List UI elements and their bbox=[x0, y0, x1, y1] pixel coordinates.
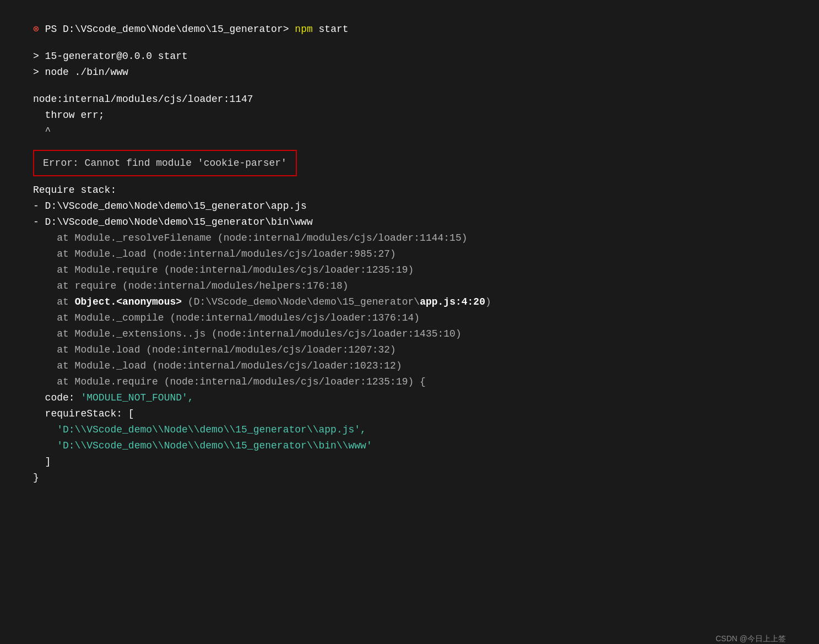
require-stack-val-1: 'D:\\VScode_demo\\Node\\demo\\15_generat… bbox=[33, 423, 786, 437]
stack-trace-7: at Module._extensions..js (node:internal… bbox=[33, 327, 786, 342]
throw-line: throw err; bbox=[33, 108, 786, 123]
prompt-line: ⊗ PS D:\VScode_demo\Node\demo\15_generat… bbox=[33, 22, 786, 37]
watermark: CSDN @今日上上签 bbox=[715, 634, 786, 644]
stack-trace-6: at Module._compile (node:internal/module… bbox=[33, 311, 786, 326]
stack-trace-2: at Module._load (node:internal/modules/c… bbox=[33, 247, 786, 262]
closing-brace-line: } bbox=[33, 470, 786, 485]
stack-trace-10: at Module.require (node:internal/modules… bbox=[33, 375, 786, 389]
closing-bracket-line: ] bbox=[33, 454, 786, 469]
error-box: Error: Cannot find module 'cookie-parser… bbox=[33, 150, 297, 176]
stack-trace-4: at require (node:internal/modules/helper… bbox=[33, 279, 786, 294]
caret-line: ^ bbox=[33, 124, 786, 139]
ps-label: PS bbox=[45, 22, 63, 37]
run-line-2: > node ./bin/www bbox=[33, 65, 786, 80]
require-stack-prop-line: requireStack: [ bbox=[33, 407, 786, 421]
require-stack-header-line: Require stack: bbox=[33, 183, 786, 198]
stack-trace-9: at Module._load (node:internal/modules/c… bbox=[33, 359, 786, 374]
stack-trace-8: at Module.load (node:internal/modules/cj… bbox=[33, 343, 786, 358]
stack-trace-5: at Object.<anonymous> (D:\VScode_demo\No… bbox=[33, 295, 786, 310]
npm-command: npm bbox=[295, 22, 318, 37]
code-line: code: 'MODULE_NOT_FOUND', bbox=[33, 391, 786, 405]
stack-trace-1: at Module._resolveFilename (node:interna… bbox=[33, 231, 786, 246]
run-line-1: > 15-generator@0.0.0 start bbox=[33, 49, 786, 64]
module-not-found-value: 'MODULE_NOT_FOUND', bbox=[80, 391, 193, 405]
stack-trace-3: at Module.require (node:internal/modules… bbox=[33, 263, 786, 278]
prompt-path: D:\VScode_demo\Node\demo\15_generator> bbox=[63, 22, 295, 37]
start-command: start bbox=[319, 22, 349, 37]
error-circle-icon: ⊗ bbox=[33, 22, 45, 37]
loader-path-line: node:internal/modules/cjs/loader:1147 bbox=[33, 92, 786, 107]
require-stack-item-1: - D:\VScode_demo\Node\demo\15_generator\… bbox=[33, 199, 786, 214]
require-stack-val-2: 'D:\\VScode_demo\\Node\\demo\\15_generat… bbox=[33, 439, 786, 453]
require-stack-item-2: - D:\VScode_demo\Node\demo\15_generator\… bbox=[33, 215, 786, 230]
error-message: Error: Cannot find module 'cookie-parser… bbox=[43, 158, 287, 169]
terminal-window: ⊗ PS D:\VScode_demo\Node\demo\15_generat… bbox=[17, 11, 802, 644]
